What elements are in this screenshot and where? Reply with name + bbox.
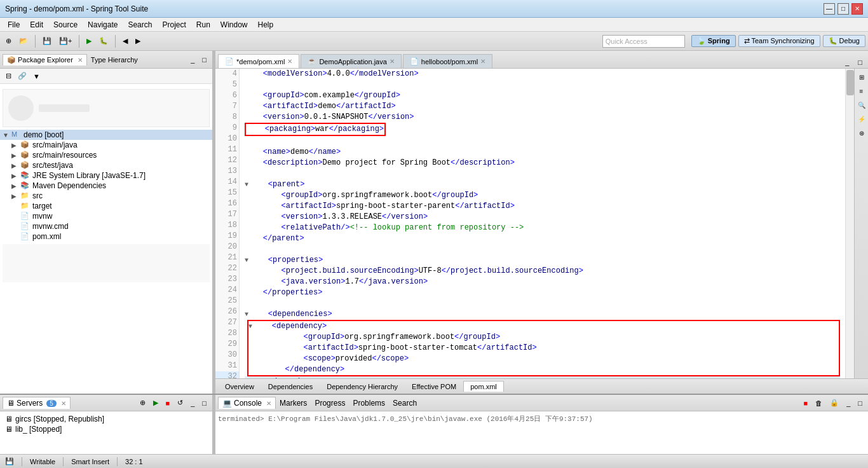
- editor-scrollbar[interactable]: [845, 69, 854, 378]
- ln-7: 7: [215, 101, 240, 112]
- menu-file[interactable]: File: [3, 19, 25, 31]
- tree-item-target[interactable]: 📁 target: [0, 201, 212, 211]
- tree-item-pom[interactable]: 📄 pom.xml: [0, 231, 212, 242]
- console-close[interactable]: ✕: [266, 400, 271, 407]
- min-panel-btn[interactable]: _: [187, 397, 198, 409]
- restart-server-btn[interactable]: ↺: [174, 397, 186, 409]
- link-editor-btn[interactable]: 🔗: [15, 70, 30, 82]
- editor-min-btn[interactable]: _: [842, 57, 852, 68]
- menu-navigate[interactable]: Navigate: [83, 19, 123, 31]
- bottom-area: 🖥 Servers 5 ✕ ⊕ ▶ ■ ↺ _ □ 🖥 gircs [St: [0, 394, 868, 454]
- bottom-tab-dep-hierarchy[interactable]: Dependency Hierarchy: [320, 381, 405, 392]
- console-max-btn[interactable]: □: [855, 397, 865, 409]
- editor-max-btn[interactable]: □: [855, 57, 865, 68]
- tree-item-src-test-java[interactable]: ▶ 📦 src/test/java: [0, 160, 212, 170]
- side-btn-5[interactable]: ⊛: [856, 127, 867, 139]
- menu-window[interactable]: Window: [215, 19, 253, 31]
- progress-tab[interactable]: Progress: [311, 397, 349, 409]
- bottom-tab-overview[interactable]: Overview: [218, 381, 261, 392]
- start-server-btn[interactable]: ▶: [150, 397, 161, 409]
- menu-run[interactable]: Run: [191, 19, 215, 31]
- search-tab[interactable]: Search: [389, 397, 421, 409]
- run-button[interactable]: ▶: [83, 35, 95, 47]
- editor-tab-helloboot[interactable]: 📄 helloboot/pom.xml ✕: [403, 54, 492, 68]
- editor-tab-demo-close[interactable]: ✕: [390, 58, 395, 65]
- editor-tab-hello-close[interactable]: ✕: [480, 58, 485, 65]
- menu-edit[interactable]: Edit: [25, 19, 48, 31]
- server-lib-icon: 🖥: [5, 425, 13, 434]
- tree-item-maven-deps[interactable]: ▶ 📚 Maven Dependencies: [0, 181, 212, 191]
- code-content[interactable]: <modelVersion>4.0.0</modelVersion> <grou…: [240, 69, 845, 378]
- menu-project[interactable]: Project: [157, 19, 191, 31]
- package-explorer-close[interactable]: ✕: [78, 57, 83, 64]
- status-icon: 💾: [5, 457, 14, 465]
- src-test-label: src/test/java: [32, 161, 73, 170]
- scrollbar-thumb[interactable]: [846, 70, 854, 95]
- problems-tab[interactable]: Problems: [349, 397, 389, 409]
- maximize-panel-btn[interactable]: □: [199, 54, 210, 65]
- team-sync-perspective-btn[interactable]: ⇄ Team Synchronizing: [738, 35, 820, 47]
- editor-tab-pom[interactable]: 📄 *demo/pom.xml ✕: [218, 54, 299, 68]
- bottom-tab-dependencies[interactable]: Dependencies: [261, 381, 320, 392]
- src-main-java-icon: 📦: [20, 141, 31, 149]
- max-panel-btn[interactable]: □: [199, 397, 210, 409]
- package-explorer-tab[interactable]: 📦 Package Explorer ✕: [3, 54, 87, 65]
- mvnw-icon: 📄: [20, 212, 31, 221]
- quick-access-input[interactable]: Quick Access: [602, 35, 685, 48]
- ln-9: 9: [215, 123, 240, 134]
- spring-perspective-btn[interactable]: 🍃 Spring: [691, 35, 736, 47]
- view-menu-btn[interactable]: ▼: [30, 71, 43, 82]
- stop-server-btn[interactable]: ■: [163, 397, 173, 409]
- editor-tab-pom-close[interactable]: ✕: [287, 58, 292, 65]
- tree-item-src-main-resources[interactable]: ▶ 📦 src/main/resources: [0, 150, 212, 160]
- servers-tab-close[interactable]: ✕: [61, 400, 66, 407]
- debug-button[interactable]: 🐛: [96, 35, 111, 47]
- console-clear-btn[interactable]: 🗑: [812, 397, 825, 409]
- tree-item-mvnw[interactable]: 📄 mvnw: [0, 211, 212, 221]
- side-btn-4[interactable]: ⚡: [856, 113, 867, 125]
- side-btn-2[interactable]: ≡: [856, 85, 867, 97]
- tree-item-src[interactable]: ▶ 📁 src: [0, 191, 212, 201]
- jre-label: JRE System Library [JavaSE-1.7]: [32, 171, 146, 180]
- bottom-tab-effective-pom[interactable]: Effective POM: [405, 381, 463, 392]
- menu-help[interactable]: Help: [253, 19, 279, 31]
- server-gircs[interactable]: 🖥 gircs [Stopped, Republish]: [3, 414, 210, 424]
- tree-item-jre[interactable]: ▶ 📚 JRE System Library [JavaSE-1.7]: [0, 170, 212, 181]
- menu-source[interactable]: Source: [48, 19, 83, 31]
- console-terminate-btn[interactable]: ■: [801, 397, 811, 409]
- open-button[interactable]: 📂: [16, 35, 31, 47]
- console-scroll-lock-btn[interactable]: 🔒: [827, 397, 842, 409]
- back-button[interactable]: ◀: [119, 35, 131, 47]
- save-button[interactable]: 💾: [39, 35, 55, 47]
- console-terminated-text: terminated> E:\Program Files\Java\jdk1.7…: [218, 415, 593, 423]
- side-btn-1[interactable]: ⊞: [856, 71, 867, 83]
- server-lib[interactable]: 🖥 lib_ [Stopped]: [3, 424, 210, 434]
- title-bar: Spring - demo/pom.xml - Spring Tool Suit…: [0, 0, 868, 18]
- editor-tab-demo-app[interactable]: ☕ DemoApplication.java ✕: [301, 54, 401, 68]
- console-tab[interactable]: 💻 Console ✕: [218, 397, 276, 409]
- console-min-btn[interactable]: _: [843, 397, 853, 409]
- maximize-button[interactable]: □: [837, 3, 849, 15]
- status-sep-2: [63, 457, 64, 466]
- bottom-tab-pom-xml[interactable]: pom.xml: [463, 381, 504, 392]
- tree-item-mvnw-cmd[interactable]: 📄 mvnw.cmd: [0, 221, 212, 231]
- editor-tab-pom-label: *demo/pom.xml: [236, 58, 285, 65]
- tree-item-src-main-java[interactable]: ▶ 📦 src/main/java: [0, 140, 212, 150]
- save-all-button[interactable]: 💾+: [56, 35, 75, 47]
- debug-perspective-btn[interactable]: 🐛 Debug: [823, 35, 865, 47]
- forward-button[interactable]: ▶: [132, 35, 144, 47]
- servers-tabs: 🖥 Servers 5 ✕ ⊕ ▶ ■ ↺ _ □: [0, 395, 212, 411]
- new-server-btn[interactable]: ⊕: [137, 397, 149, 409]
- right-side-toolbar: ⊞ ≡ 🔍 ⚡ ⊛: [854, 69, 868, 378]
- type-hierarchy-tab[interactable]: Type Hierarchy: [87, 55, 142, 65]
- close-button[interactable]: ✕: [851, 3, 863, 15]
- markers-tab[interactable]: Markers: [276, 397, 311, 409]
- minimize-button[interactable]: —: [824, 3, 835, 15]
- side-btn-3[interactable]: 🔍: [856, 99, 867, 111]
- menu-search[interactable]: Search: [123, 19, 157, 31]
- servers-tab[interactable]: 🖥 Servers 5 ✕: [3, 397, 71, 409]
- tree-item-demo[interactable]: ▼ M demo [boot]: [0, 130, 212, 140]
- new-button[interactable]: ⊕: [3, 35, 15, 47]
- minimize-panel-btn[interactable]: _: [187, 54, 198, 65]
- collapse-all-btn[interactable]: ⊟: [3, 70, 15, 82]
